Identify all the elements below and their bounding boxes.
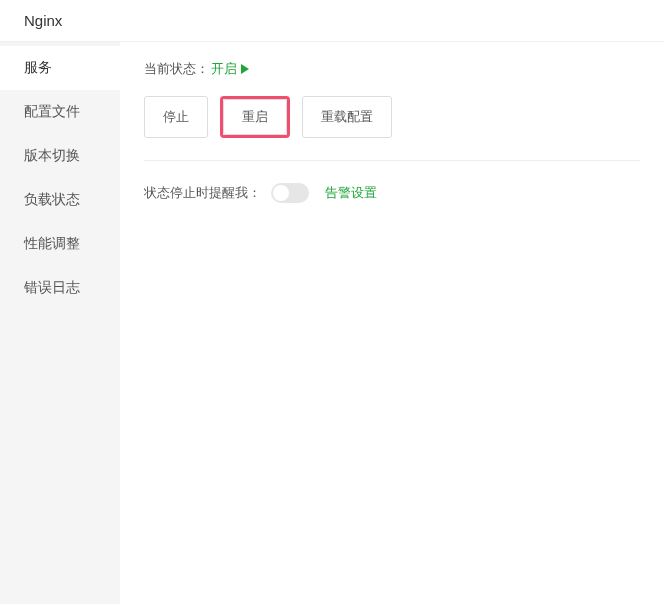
sidebar-item-version[interactable]: 版本切换 — [0, 134, 120, 178]
stop-button[interactable]: 停止 — [144, 96, 208, 138]
alert-settings-link[interactable]: 告警设置 — [325, 184, 377, 202]
page-title: Nginx — [24, 12, 62, 29]
notify-label: 状态停止时提醒我： — [144, 184, 261, 202]
status-label: 当前状态： — [144, 60, 209, 78]
play-icon — [241, 64, 249, 74]
status-value: 开启 — [211, 60, 237, 78]
sidebar-item-label: 性能调整 — [24, 235, 80, 251]
restart-highlight: 重启 — [220, 96, 290, 138]
divider — [144, 160, 640, 161]
toggle-knob — [273, 185, 289, 201]
sidebar-item-label: 版本切换 — [24, 147, 80, 163]
sidebar-item-label: 错误日志 — [24, 279, 80, 295]
notify-row: 状态停止时提醒我： 告警设置 — [144, 183, 640, 203]
sidebar-item-load[interactable]: 负载状态 — [0, 178, 120, 222]
sidebar-item-label: 负载状态 — [24, 191, 80, 207]
sidebar-item-config[interactable]: 配置文件 — [0, 90, 120, 134]
sidebar-item-perf[interactable]: 性能调整 — [0, 222, 120, 266]
status-row: 当前状态： 开启 — [144, 60, 640, 78]
restart-button[interactable]: 重启 — [223, 99, 287, 135]
sidebar-item-errorlog[interactable]: 错误日志 — [0, 266, 120, 310]
sidebar-item-service[interactable]: 服务 — [0, 46, 120, 90]
sidebar-item-label: 服务 — [24, 59, 52, 75]
content-area: 当前状态： 开启 停止 重启 重载配置 状态停止时提醒我： 告警设置 — [120, 42, 664, 604]
reload-button[interactable]: 重载配置 — [302, 96, 392, 138]
sidebar: 服务 配置文件 版本切换 负载状态 性能调整 错误日志 — [0, 42, 120, 604]
button-row: 停止 重启 重载配置 — [144, 96, 640, 138]
notify-toggle[interactable] — [271, 183, 309, 203]
sidebar-item-label: 配置文件 — [24, 103, 80, 119]
